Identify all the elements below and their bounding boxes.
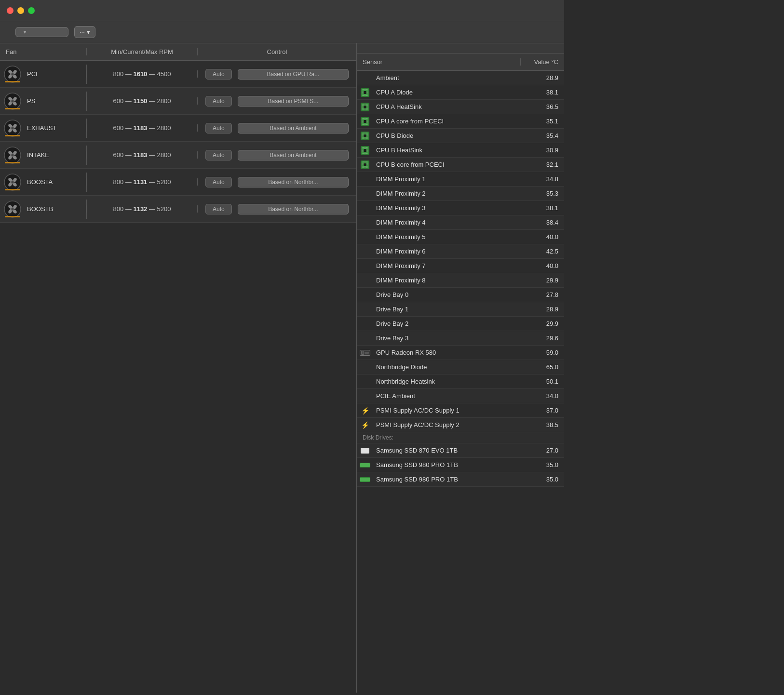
sensor-icon-container xyxy=(360,232,370,242)
titlebar-buttons xyxy=(7,7,35,14)
sensor-icon-container xyxy=(360,362,370,373)
sensor-value: 29.9 xyxy=(530,277,564,284)
sensor-icon-container xyxy=(360,348,370,358)
fan-control: Auto Based on Northbr... xyxy=(198,177,356,187)
main-layout: Fan Min/Current/Max RPM Control PCI 800 … xyxy=(0,43,564,693)
close-button[interactable] xyxy=(7,7,14,14)
fan-row: INTAKE 600 — 1183 — 2800 Auto Based on A… xyxy=(0,142,356,169)
sensor-row: CPU B Diode 35.4 xyxy=(357,129,564,143)
fan-name-section: PCI xyxy=(0,65,87,84)
maximize-button[interactable] xyxy=(28,7,35,14)
sensor-name: Drive Bay 2 xyxy=(373,320,530,327)
disk-drive-row: Samsung SSD 980 PRO 1TB 35.0 xyxy=(357,458,564,472)
fan-icon xyxy=(4,173,21,192)
icon-menu-button[interactable]: ··· ▾ xyxy=(74,26,95,38)
fan-control: Auto Based on Northbr... xyxy=(198,204,356,214)
sensor-value: 38.1 xyxy=(530,89,564,96)
dots-icon: ··· xyxy=(80,28,85,36)
svg-rect-53 xyxy=(364,120,366,123)
sensor-row: CPU B core from PCECI 32.1 xyxy=(357,158,564,172)
auto-button[interactable]: Auto xyxy=(205,69,232,80)
sensor-icon-container xyxy=(360,304,370,315)
no-icon xyxy=(361,320,369,328)
sensors-table-header: Sensor Value °C xyxy=(357,53,564,71)
minimize-button[interactable] xyxy=(17,7,24,14)
fan-col-header: Fan xyxy=(0,48,87,55)
sensor-name: CPU A core from PCECI xyxy=(373,118,530,125)
based-button[interactable]: Based on Ambient xyxy=(238,123,349,134)
auto-button[interactable]: Auto xyxy=(205,204,232,214)
sensor-row: Drive Bay 0 27.8 xyxy=(357,288,564,302)
sensor-icon-container: ⚡ xyxy=(360,405,370,416)
sensor-value: 38.5 xyxy=(530,421,564,428)
based-button[interactable]: Based on GPU Ra... xyxy=(238,69,349,80)
auto-button[interactable]: Auto xyxy=(205,123,232,134)
toolbar: ▾ ··· ▾ xyxy=(0,21,564,43)
sensor-row: ⚡ PSMI Supply AC/DC Supply 1 37.0 xyxy=(357,403,564,418)
sensor-name: Northbridge Diode xyxy=(373,363,530,371)
based-button[interactable]: Based on Northbr... xyxy=(238,177,349,187)
fan-control: Auto Based on Ambient xyxy=(198,150,356,160)
sensor-name: Drive Bay 1 xyxy=(373,306,530,313)
svg-rect-67 xyxy=(364,134,366,137)
fan-rpm: 800 — 1132 — 5200 xyxy=(87,205,198,213)
cpu-icon xyxy=(361,132,369,140)
auto-button[interactable]: Auto xyxy=(205,150,232,160)
svg-point-18 xyxy=(12,181,14,183)
sensor-row: DIMM Proximity 2 35.3 xyxy=(357,187,564,201)
sensor-value: 34.0 xyxy=(530,392,564,400)
sensor-icon-container xyxy=(360,87,370,98)
svg-point-6 xyxy=(12,100,14,102)
sensor-name: CPU B Diode xyxy=(373,132,530,139)
sensor-name: DIMM Proximity 8 xyxy=(373,277,530,284)
fan-name: PS xyxy=(25,97,86,105)
cpu-icon xyxy=(361,117,369,126)
disk-value: 35.0 xyxy=(530,476,564,483)
sensor-icon-container xyxy=(360,174,370,185)
fan-name: EXHAUST xyxy=(25,124,86,132)
fan-rpm: 800 — 1131 — 5200 xyxy=(87,178,198,186)
fan-rpm: 600 — 1183 — 2800 xyxy=(87,124,198,132)
sensor-icon-container xyxy=(360,73,370,83)
sensor-icon-container xyxy=(360,217,370,228)
sensor-icon-container xyxy=(360,145,370,156)
sensor-name: DIMM Proximity 7 xyxy=(373,262,530,269)
disk-name: Samsung SSD 980 PRO 1TB xyxy=(373,476,530,483)
sensors-list: Ambient 28.9 CPU A Diode 38.1 xyxy=(357,71,564,693)
sensor-value: 30.9 xyxy=(530,147,564,154)
sensor-value: 35.4 xyxy=(530,132,564,139)
sensor-name: Northbridge Heatsink xyxy=(373,378,530,385)
sensor-value: 38.4 xyxy=(530,219,564,226)
sensor-name: DIMM Proximity 3 xyxy=(373,204,530,212)
fan-control: Auto Based on GPU Ra... xyxy=(198,69,356,80)
sensor-value: 50.1 xyxy=(530,378,564,385)
fan-row: PS 600 — 1150 — 2800 Auto Based on PSMI … xyxy=(0,88,356,115)
sensor-value: 28.9 xyxy=(530,74,564,81)
based-button[interactable]: Based on PSMI S... xyxy=(238,96,349,107)
sensor-value: 59.0 xyxy=(530,349,564,356)
auto-button[interactable]: Auto xyxy=(205,177,232,187)
sensor-name: DIMM Proximity 2 xyxy=(373,190,530,197)
svg-rect-11 xyxy=(5,135,20,136)
ssd-white-icon xyxy=(361,448,369,454)
sensor-row: Northbridge Diode 65.0 xyxy=(357,360,564,374)
sensor-name: GPU Radeon RX 580 xyxy=(373,349,530,356)
based-button[interactable]: Based on Ambient xyxy=(238,150,349,160)
based-button[interactable]: Based on Northbr... xyxy=(238,204,349,214)
sensor-value: 35.3 xyxy=(530,190,564,197)
sensor-value: 40.0 xyxy=(530,233,564,241)
sensor-row: CPU A HeatSink 36.5 xyxy=(357,100,564,114)
fan-rpm: 600 — 1183 — 2800 xyxy=(87,151,198,159)
auto-button[interactable]: Auto xyxy=(205,96,232,107)
fan-icon xyxy=(4,146,21,165)
cpu-icon xyxy=(361,103,369,111)
fan-rpm: 800 — 1610 — 4500 xyxy=(87,70,198,78)
no-icon xyxy=(361,189,369,198)
preset-dropdown[interactable]: ▾ xyxy=(15,27,68,37)
control-col-header: Control xyxy=(198,48,356,55)
disk-value: 35.0 xyxy=(530,461,564,468)
disk-drive-row: Samsung SSD 980 PRO 1TB 35.0 xyxy=(357,472,564,487)
chevron-down-icon: ▾ xyxy=(24,29,26,35)
sensor-icon-container xyxy=(360,333,370,344)
cpu-icon xyxy=(361,146,369,155)
